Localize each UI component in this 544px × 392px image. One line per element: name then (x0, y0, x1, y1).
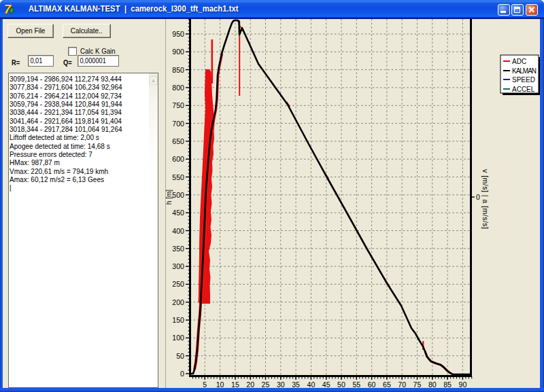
svg-text:50: 50 (176, 352, 184, 360)
svg-text:5: 5 (203, 380, 207, 389)
svg-text:350: 350 (172, 245, 184, 253)
svg-text:55: 55 (352, 380, 360, 389)
svg-text:700: 700 (172, 120, 184, 128)
svg-text:150: 150 (172, 316, 184, 324)
svg-text:950: 950 (172, 30, 184, 38)
svg-text:850: 850 (172, 66, 184, 74)
svg-text:100: 100 (172, 334, 184, 342)
svg-text:50: 50 (337, 380, 345, 389)
svg-text:85: 85 (443, 380, 452, 389)
svg-text:ACCEL: ACCEL (512, 86, 535, 93)
svg-text:15: 15 (231, 380, 239, 389)
svg-text:200: 200 (172, 298, 184, 306)
svg-text:25: 25 (262, 380, 270, 389)
svg-text:75: 75 (413, 380, 422, 389)
svg-text:v [m/s] | a [m/s/s]: v [m/s] | a [m/s/s] (481, 169, 490, 229)
svg-text:10: 10 (216, 380, 224, 389)
svg-text:450: 450 (172, 209, 184, 217)
svg-text:70: 70 (398, 380, 406, 389)
svg-text:400: 400 (172, 227, 184, 235)
svg-text:65: 65 (383, 380, 391, 389)
svg-text:45: 45 (322, 380, 330, 389)
svg-text:300: 300 (172, 262, 184, 270)
svg-text:30: 30 (277, 380, 285, 389)
svg-text:600: 600 (172, 155, 184, 163)
svg-text:650: 650 (172, 137, 184, 145)
svg-text:90: 90 (459, 380, 467, 389)
svg-text:SPEED: SPEED (512, 76, 535, 84)
svg-text:40: 40 (307, 380, 316, 389)
svg-text:35: 35 (292, 380, 300, 389)
svg-text:ADC: ADC (512, 58, 526, 65)
svg-text:h [m]: h [m] (165, 190, 173, 204)
svg-text:750: 750 (172, 101, 184, 109)
svg-text:900: 900 (172, 48, 184, 56)
svg-text:800: 800 (172, 84, 184, 92)
svg-text:0: 0 (476, 193, 480, 201)
svg-text:0: 0 (180, 370, 184, 378)
svg-text:250: 250 (172, 280, 184, 288)
svg-text:KALMAN: KALMAN (512, 67, 537, 75)
svg-text:60: 60 (368, 380, 376, 389)
svg-text:20: 20 (246, 380, 254, 389)
svg-text:550: 550 (172, 173, 184, 181)
svg-text:500: 500 (172, 191, 184, 199)
svg-text:80: 80 (428, 380, 437, 389)
